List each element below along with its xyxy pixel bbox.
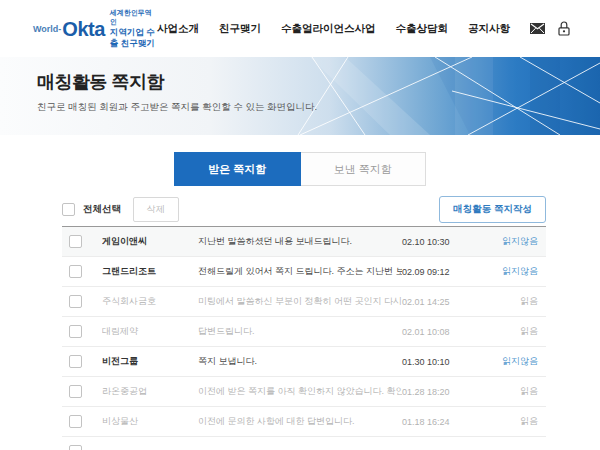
select-all-label: 전체선택 (83, 203, 121, 216)
main-nav: 사업소개친구맺기수출얼라이언스사업수출상담회공지사항 (157, 21, 570, 36)
page-title: 매칭활동 쪽지함 (37, 70, 600, 94)
message-preview[interactable]: 쪽지 보냅니다. (198, 355, 402, 368)
message-status[interactable]: 읽지않음 (488, 355, 546, 368)
toolbar-left: 전체선택 삭제 (62, 197, 179, 222)
row-checkbox-cell (62, 445, 102, 450)
message-status[interactable]: 읽음 (488, 385, 546, 398)
message-status[interactable]: 읽지않음 (488, 235, 546, 248)
nav-icons (530, 21, 570, 36)
nav-item[interactable]: 사업소개 (157, 22, 199, 36)
row-checkbox-cell (62, 415, 102, 428)
banner-text: 매칭활동 쪽지함 친구로 매칭된 회원과 주고받은 쪽지를 확인할 수 있는 화… (0, 57, 600, 114)
row-checkbox[interactable] (69, 265, 82, 278)
row-checkbox[interactable] (69, 235, 82, 248)
row-checkbox-cell (62, 385, 102, 398)
message-preview[interactable]: 이전에 받은 쪽지를 아직 확인하지 않았습니다. 확인 후 다시 회신... (198, 385, 402, 398)
message-row[interactable] (62, 437, 546, 450)
message-date: 02.10 10:30 (402, 237, 488, 247)
message-sender: 주식회사금호 (102, 295, 198, 308)
nav-item[interactable]: 공지사항 (468, 22, 510, 36)
row-checkbox-cell (62, 265, 102, 278)
list-toolbar: 전체선택 삭제 매칭활동 쪽지작성 (62, 192, 546, 226)
logo-tagline-line1: 세계한인무역인 (110, 8, 157, 26)
row-checkbox[interactable] (69, 355, 82, 368)
row-checkbox[interactable] (69, 445, 82, 450)
page-banner: 매칭활동 쪽지함 친구로 매칭된 회원과 주고받은 쪽지를 확인할 수 있는 화… (0, 57, 600, 135)
message-sender: 대림제약 (102, 325, 198, 338)
logo-okta-text: Okta (62, 19, 104, 39)
message-preview[interactable]: 전해드릴게 있어서 쪽지 드립니다. 주소는 지난번 보내드린 주소... (198, 265, 402, 278)
page: World- Okta 세계한인무역인 지역기업 수출 친구맺기 사업소개친구맺… (0, 0, 600, 450)
logo-tagline: 세계한인무역인 지역기업 수출 친구맺기 (110, 8, 157, 48)
message-sender: 게임이앤씨 (102, 235, 198, 248)
message-row[interactable]: 게임이앤씨 지난번 말씀하셨던 내용 보내드립니다. 02.10 10:30 읽… (62, 227, 546, 257)
message-row[interactable]: 대림제약 답변드립니다. 02.01 10:08 읽음 (62, 317, 546, 347)
nav-item[interactable]: 수출상담회 (396, 22, 449, 36)
lock-icon[interactable] (558, 21, 570, 36)
message-preview[interactable]: 답변드립니다. (198, 325, 402, 338)
message-date: 02.09 09:12 (402, 267, 488, 277)
message-row[interactable]: 비전그룹 쪽지 보냅니다. 01.30 10:10 읽지않음 (62, 347, 546, 377)
message-row[interactable]: 라온중공업 이전에 받은 쪽지를 아직 확인하지 않았습니다. 확인 후 다시 … (62, 377, 546, 407)
mailbox-tabs: 받은 쪽지함 보낸 쪽지함 (174, 152, 426, 186)
row-checkbox-cell (62, 325, 102, 338)
nav-item[interactable]: 수출얼라이언스사업 (281, 22, 376, 36)
row-checkbox[interactable] (69, 415, 82, 428)
select-all-checkbox[interactable] (62, 203, 75, 216)
row-checkbox-cell (62, 235, 102, 248)
message-date: 01.30 10:10 (402, 357, 488, 367)
message-sender: 라온중공업 (102, 385, 198, 398)
message-sender: 그랜드리조트 (102, 265, 198, 278)
message-row[interactable]: 비상물산 이전에 문의한 사항에 대한 답변입니다. 01.18 16:24 읽… (62, 407, 546, 437)
compose-button[interactable]: 매칭활동 쪽지작성 (439, 196, 546, 223)
delete-button[interactable]: 삭제 (133, 197, 179, 222)
row-checkbox[interactable] (69, 385, 82, 398)
site-header: World- Okta 세계한인무역인 지역기업 수출 친구맺기 사업소개친구맺… (0, 0, 600, 57)
row-checkbox[interactable] (69, 295, 82, 308)
message-sender: 비전그룹 (102, 355, 198, 368)
message-status[interactable]: 읽음 (488, 415, 546, 428)
message-preview[interactable]: 미팅에서 말씀하신 부분이 정확히 어떤 곳인지 다시 여쭙고 싶습... (198, 295, 402, 308)
logo[interactable]: World- Okta 세계한인무역인 지역기업 수출 친구맺기 (33, 8, 157, 48)
message-preview[interactable]: 지난번 말씀하셨던 내용 보내드립니다. (198, 235, 402, 248)
page-subtitle: 친구로 매칭된 회원과 주고받은 쪽지를 확인할 수 있는 화면입니다. (37, 101, 600, 114)
message-row[interactable]: 그랜드리조트 전해드릴게 있어서 쪽지 드립니다. 주소는 지난번 보내드린 주… (62, 257, 546, 287)
message-preview[interactable]: 이전에 문의한 사항에 대한 답변입니다. (198, 415, 402, 428)
nav-list: 사업소개친구맺기수출얼라이언스사업수출상담회공지사항 (157, 22, 510, 36)
message-sender: 비상물산 (102, 415, 198, 428)
row-checkbox[interactable] (69, 325, 82, 338)
message-date: 02.01 10:08 (402, 327, 488, 337)
message-date: 02.01 14:25 (402, 297, 488, 307)
message-status[interactable]: 읽음 (488, 295, 546, 308)
row-checkbox-cell (62, 355, 102, 368)
message-status[interactable]: 읽음 (488, 325, 546, 338)
nav-item[interactable]: 친구맺기 (219, 22, 261, 36)
tab-sent[interactable]: 보낸 쪽지함 (301, 152, 427, 186)
message-list: 게임이앤씨 지난번 말씀하셨던 내용 보내드립니다. 02.10 10:30 읽… (62, 226, 546, 450)
message-date: 01.28 18:20 (402, 387, 488, 397)
message-row[interactable]: 주식회사금호 미팅에서 말씀하신 부분이 정확히 어떤 곳인지 다시 여쭙고 싶… (62, 287, 546, 317)
logo-world-text: World- (33, 24, 61, 34)
mail-icon[interactable] (530, 23, 545, 34)
message-status[interactable]: 읽지않음 (488, 265, 546, 278)
message-date: 01.18 16:24 (402, 417, 488, 427)
row-checkbox-cell (62, 295, 102, 308)
logo-tagline-line2: 지역기업 수출 친구맺기 (110, 27, 157, 49)
tab-received[interactable]: 받은 쪽지함 (174, 152, 301, 186)
